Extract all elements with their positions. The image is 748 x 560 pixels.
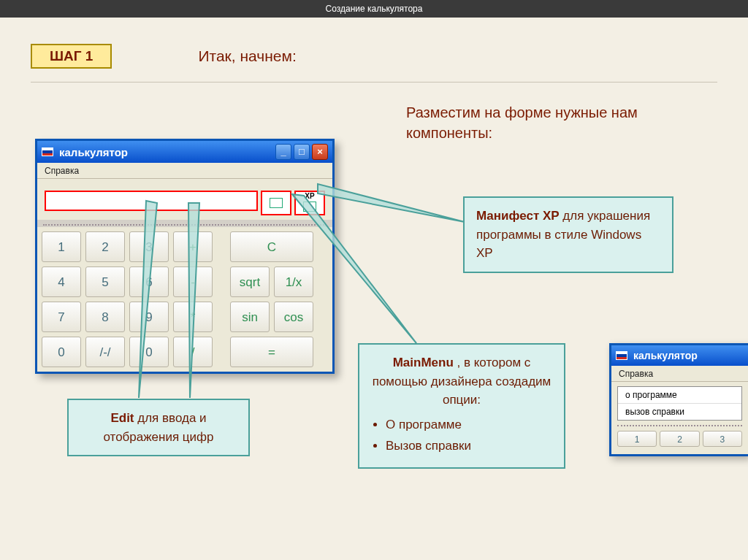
calculator-window: калькулятор _ □ × Справка 1 2 3 + C 4 5 … xyxy=(35,139,335,374)
keypad: 1 2 3 + C 4 5 6 - sqrt 1/x 7 8 9 * sin c… xyxy=(37,227,332,372)
callout-mm-list: О программе Вызов справки xyxy=(371,415,552,456)
titlebar-2[interactable]: калькулятор xyxy=(611,345,748,366)
k3[interactable]: 3 xyxy=(703,431,742,447)
k2[interactable]: 2 xyxy=(660,431,699,447)
menu-item-help[interactable]: вызов справки xyxy=(618,404,741,420)
key-3[interactable]: 3 xyxy=(129,231,169,262)
body-description: Разместим на форме нужные нам компоненты… xyxy=(406,102,684,143)
key-sign[interactable]: /-/ xyxy=(85,337,125,367)
calculator-window-menu-open: калькулятор Справка о программе вызов сп… xyxy=(609,343,748,456)
window-title-2: калькулятор xyxy=(633,350,698,361)
separator-2 xyxy=(617,425,742,426)
key-2[interactable]: 2 xyxy=(85,231,125,262)
edit-input-highlight[interactable] xyxy=(45,191,258,211)
menu-item-about[interactable]: о программе xyxy=(618,387,741,404)
callout-mm-strong: MainMenu xyxy=(393,356,454,369)
key-4[interactable]: 4 xyxy=(42,266,81,297)
svg-marker-0 xyxy=(318,184,465,222)
key-div[interactable]: / xyxy=(173,337,213,367)
step-header: ШАГ 1 Итак, начнем: xyxy=(31,44,748,69)
tool-area xyxy=(37,179,332,220)
callout-mainmenu: MainMenu , в котором с помощью дизайнера… xyxy=(358,343,565,469)
key-mul[interactable]: * xyxy=(173,302,213,332)
xp-manifest-component-icon[interactable] xyxy=(294,191,325,215)
key-sin[interactable]: sin xyxy=(230,302,270,332)
menu-help-2[interactable]: Справка xyxy=(619,369,653,379)
step-badge: ШАГ 1 xyxy=(31,44,112,69)
step-intro: Итак, начнем: xyxy=(198,47,296,65)
key-clear[interactable]: C xyxy=(230,231,313,262)
mm-item-about: О программе xyxy=(386,415,552,434)
key-dec[interactable]: 0 xyxy=(129,337,169,367)
menubar-2[interactable]: Справка xyxy=(611,366,748,382)
key-cos[interactable]: cos xyxy=(274,302,313,332)
key-6[interactable]: 6 xyxy=(129,266,169,297)
titlebar[interactable]: калькулятор _ □ × xyxy=(37,141,332,163)
k1[interactable]: 1 xyxy=(617,431,657,447)
app-flag-icon xyxy=(42,147,53,156)
minimize-button[interactable]: _ xyxy=(275,144,291,160)
app-flag-icon-2 xyxy=(616,351,627,360)
window-title: калькулятор xyxy=(59,146,128,158)
key-equals[interactable]: = xyxy=(230,337,313,367)
key-9[interactable]: 9 xyxy=(129,302,169,332)
key-7[interactable]: 7 xyxy=(42,302,81,332)
page-title-bar: Создание калькулятора xyxy=(0,0,748,18)
mm-item-help: Вызов справки xyxy=(386,437,552,456)
maximize-button[interactable]: □ xyxy=(294,144,310,160)
callout-xp-strong: Манифест ХР xyxy=(476,209,560,223)
menu-help[interactable]: Справка xyxy=(45,166,79,176)
key-0[interactable]: 0 xyxy=(42,337,81,367)
key-sqrt[interactable]: sqrt xyxy=(230,266,270,297)
separator xyxy=(43,224,327,226)
key-minus[interactable]: - xyxy=(173,266,213,297)
dropdown-menu: о программе вызов справки xyxy=(617,386,742,421)
key-5[interactable]: 5 xyxy=(85,266,125,297)
close-button[interactable]: × xyxy=(312,144,328,160)
key-8[interactable]: 8 xyxy=(85,302,125,332)
menubar[interactable]: Справка xyxy=(37,163,332,179)
callout-edit-strong: Edit xyxy=(110,411,134,425)
page-title: Создание калькулятора xyxy=(326,4,423,14)
callout-edit: Edit для ввода и отображения цифр xyxy=(67,399,250,456)
callout-xp: Манифест ХР для украшения программы в ст… xyxy=(463,196,673,273)
divider xyxy=(31,82,717,83)
key-1[interactable]: 1 xyxy=(42,231,81,262)
mainmenu-component-icon[interactable] xyxy=(261,191,291,215)
key-plus[interactable]: + xyxy=(173,231,213,262)
key-inv[interactable]: 1/x xyxy=(274,266,313,297)
keys-2: 1 2 3 xyxy=(611,428,748,454)
